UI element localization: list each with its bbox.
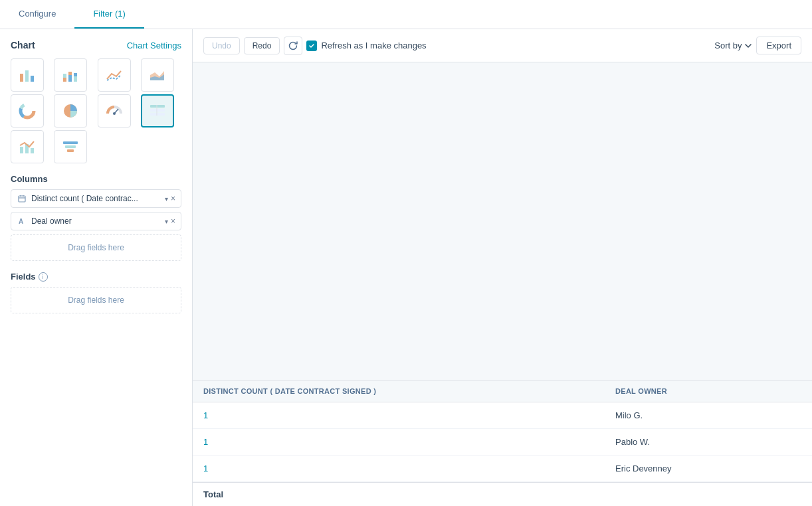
svg-rect-5 (68, 75, 72, 82)
chart-icon-bar[interactable] (11, 58, 44, 92)
undo-button[interactable]: Undo (203, 37, 240, 54)
fields-info-icon[interactable]: i (39, 272, 48, 282)
columns-drag-zone[interactable]: Drag fields here (11, 234, 181, 261)
table-header-owner: DEAL OWNER (605, 380, 812, 402)
refresh-checkbox-area: Refresh as I make changes (306, 41, 426, 51)
chart-icon-area[interactable] (141, 58, 174, 92)
svg-rect-24 (31, 148, 34, 153)
top-tabs: Configure Filter (1) (0, 0, 812, 29)
chart-settings-link[interactable]: Chart Settings (127, 41, 181, 50)
fields-header: Fields i (11, 272, 181, 282)
chart-type-grid (11, 58, 181, 163)
sort-by-label: Sort by (714, 41, 742, 50)
chart-section-title: Chart (11, 40, 35, 50)
svg-line-17 (114, 109, 118, 114)
refresh-label: Refresh as I make changes (321, 41, 426, 50)
total-row: Total (193, 482, 812, 506)
column-tag-1-label: Deal owner (31, 216, 162, 226)
chart-icon-funnel[interactable] (54, 130, 87, 163)
table-row: 1 Milo G. (193, 402, 812, 429)
chart-icon-pie[interactable] (54, 94, 87, 127)
text-icon: A (17, 216, 27, 226)
tab-filter-label: Filter (1) (93, 9, 125, 19)
sort-by-button[interactable]: Sort by (714, 41, 752, 50)
count-value-1: 1 (203, 437, 208, 447)
column-tag-0-close[interactable]: × (171, 194, 175, 203)
columns-section: Columns Distinct count ( Date contrac...… (11, 174, 181, 261)
svg-rect-8 (74, 73, 77, 76)
column-tag-0-chevron[interactable]: ▾ (165, 195, 168, 203)
table-cell-count-2: 1 (193, 456, 605, 481)
table-cell-count-0: 1 (193, 402, 605, 428)
refresh-checkbox[interactable] (306, 41, 317, 51)
svg-point-14 (24, 108, 31, 114)
column-tag-0: Distinct count ( Date contrac... ▾ × (11, 189, 181, 208)
table-cell-owner-2: Eric Devenney (605, 456, 812, 481)
chart-icon-combo[interactable] (11, 130, 44, 163)
table-cell-owner-0: Milo G. (605, 402, 812, 428)
fields-drag-zone[interactable]: Drag fields here (11, 287, 181, 313)
svg-rect-3 (63, 78, 66, 82)
column-tag-1-chevron[interactable]: ▾ (165, 218, 168, 225)
columns-title: Columns (11, 174, 181, 184)
svg-rect-4 (63, 74, 66, 78)
svg-rect-20 (150, 113, 165, 116)
fields-drag-zone-label: Drag fields here (68, 295, 124, 305)
fields-title: Fields (11, 272, 36, 282)
chart-icon-grid[interactable] (141, 94, 174, 127)
chart-icon-donut[interactable] (11, 94, 44, 127)
total-label: Total (203, 489, 223, 499)
redo-button[interactable]: Redo (244, 37, 280, 54)
main-layout: Chart Chart Settings (0, 29, 812, 506)
chart-icon-line[interactable] (98, 58, 131, 92)
svg-rect-26 (65, 145, 76, 148)
chart-icon-stacked-bar[interactable] (54, 58, 87, 92)
refresh-icon[interactable] (284, 37, 302, 55)
table-row: 1 Pablo W. (193, 429, 812, 456)
columns-drag-zone-label: Drag fields here (68, 243, 124, 252)
svg-rect-0 (20, 74, 23, 82)
column-tag-1-close[interactable]: × (171, 216, 175, 226)
tab-configure[interactable]: Configure (0, 0, 74, 29)
chart-area (193, 62, 812, 380)
svg-rect-22 (20, 147, 23, 153)
svg-rect-25 (63, 141, 78, 144)
right-panel: Undo Redo Refresh as I make changes Sort… (193, 29, 812, 506)
tab-configure-label: Configure (19, 9, 56, 19)
fields-section: Fields i Drag fields here (11, 272, 181, 313)
table-cell-count-1: 1 (193, 429, 605, 455)
table-header-count: DISTINCT COUNT ( DATE CONTRACT SIGNED ) (193, 380, 605, 402)
toolbar: Undo Redo Refresh as I make changes Sort… (193, 29, 812, 62)
svg-rect-7 (74, 76, 77, 82)
svg-rect-28 (19, 196, 25, 202)
table-cell-owner-1: Pablo W. (605, 429, 812, 455)
sort-by-chevron-icon (744, 42, 752, 50)
export-button[interactable]: Export (756, 37, 801, 54)
svg-rect-6 (68, 72, 72, 75)
svg-rect-19 (150, 109, 165, 112)
chart-icon-gauge[interactable] (98, 94, 131, 127)
data-table: DISTINCT COUNT ( DATE CONTRACT SIGNED ) … (193, 380, 812, 506)
svg-rect-18 (150, 105, 165, 108)
svg-rect-1 (25, 70, 29, 82)
column-tag-1: A Deal owner ▾ × (11, 212, 181, 230)
column-tag-0-label: Distinct count ( Date contrac... (31, 194, 162, 203)
svg-text:A: A (19, 218, 23, 225)
table-row: 1 Eric Devenney (193, 456, 812, 482)
table-header: DISTINCT COUNT ( DATE CONTRACT SIGNED ) … (193, 380, 812, 402)
chart-section-header: Chart Chart Settings (11, 40, 181, 50)
calendar-icon (17, 193, 27, 204)
left-panel: Chart Chart Settings (0, 29, 193, 506)
svg-rect-27 (67, 149, 74, 152)
svg-rect-2 (31, 76, 34, 82)
tab-filter[interactable]: Filter (1) (74, 0, 144, 29)
